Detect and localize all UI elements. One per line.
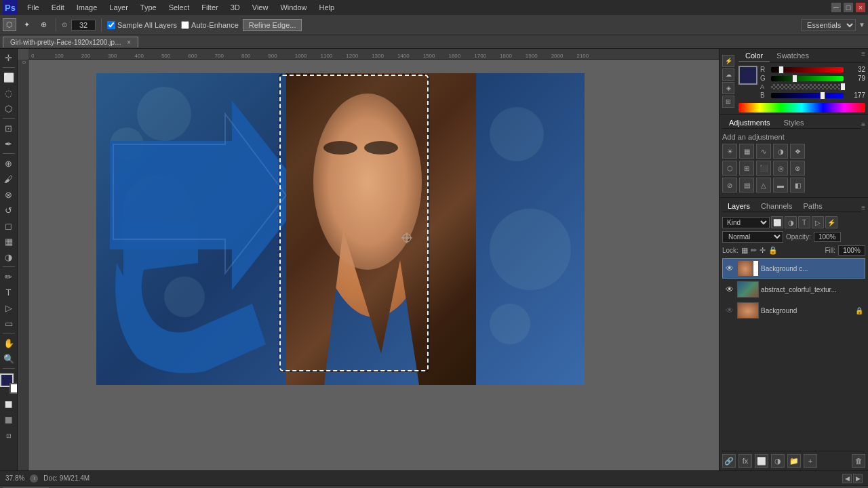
swatches-tab[interactable]: Swatches: [770, 50, 816, 62]
history-brush-tool[interactable]: ↺: [1, 203, 16, 218]
tab-close-button[interactable]: ×: [127, 39, 131, 46]
posterize-adj-icon[interactable]: ▤: [739, 178, 754, 192]
b-slider-thumb[interactable]: [820, 92, 825, 100]
minimize-button[interactable]: ─: [831, 3, 841, 12]
vibrance-adj-icon[interactable]: ❖: [790, 144, 805, 159]
menu-file[interactable]: File: [22, 2, 45, 13]
curves-adj-icon[interactable]: ∿: [756, 144, 771, 159]
styles-tab[interactable]: Styles: [777, 117, 811, 128]
path-select-tool[interactable]: ▷: [1, 300, 16, 315]
levels-adj-icon[interactable]: ▦: [739, 144, 754, 159]
rect-select-tool[interactable]: ⬜: [1, 70, 16, 85]
lasso-tool[interactable]: ◌: [1, 85, 16, 100]
shape-tool[interactable]: ▭: [1, 316, 16, 331]
color-spectrum[interactable]: [738, 103, 865, 113]
filter-shape-icon[interactable]: ▷: [812, 216, 824, 228]
panel-icon-2[interactable]: ☁: [722, 68, 734, 81]
timeline-play-btn[interactable]: ▶: [853, 474, 863, 483]
lock-all-icon[interactable]: 🔒: [768, 246, 778, 255]
layers-tab[interactable]: Layers: [722, 201, 755, 211]
timeline-back-btn[interactable]: ◀: [842, 474, 852, 483]
photo-filter-adj-icon[interactable]: ◎: [773, 161, 788, 176]
r-slider-track[interactable]: [771, 67, 844, 73]
layer-vis-3[interactable]: 👁: [724, 305, 735, 316]
eyedropper-tool[interactable]: ✒: [1, 136, 16, 151]
menu-window[interactable]: Window: [275, 2, 312, 13]
layer-vis-2[interactable]: 👁: [724, 284, 735, 295]
brush-size-input[interactable]: 32: [71, 20, 96, 30]
exposure-adj-icon[interactable]: ◑: [773, 144, 788, 159]
hue-sat-adj-icon[interactable]: ⬡: [722, 161, 737, 176]
g-slider-thumb[interactable]: [792, 75, 797, 83]
lock-image-icon[interactable]: ✏: [751, 246, 757, 255]
channel-mixer-adj-icon[interactable]: ⊗: [790, 161, 805, 176]
brightness-adj-icon[interactable]: ☀: [722, 144, 737, 159]
panel-icon-3[interactable]: ◈: [722, 82, 734, 94]
menu-select[interactable]: Select: [163, 2, 195, 13]
eraser-tool[interactable]: ◻: [1, 218, 16, 233]
document-tab[interactable]: Girl-with-pretty-Face-1920x1200.jpg @ 37…: [3, 37, 138, 47]
layer-vis-1[interactable]: 👁: [724, 263, 735, 274]
quick-select-tool-left[interactable]: ⬡: [1, 101, 16, 116]
filter-pixel-icon[interactable]: ⬜: [771, 216, 783, 228]
bw-adj-icon[interactable]: ⬛: [756, 161, 771, 176]
move-tool[interactable]: ✛: [1, 50, 16, 65]
alpha-slider-track[interactable]: [771, 84, 844, 89]
menu-view[interactable]: View: [247, 2, 274, 13]
panel-icon-1[interactable]: ⚡: [722, 55, 734, 67]
text-tool[interactable]: T: [1, 285, 16, 300]
sample-all-layers-checkbox[interactable]: [107, 21, 115, 29]
auto-enhance-label[interactable]: Auto-Enhance: [181, 21, 239, 29]
brush-tool[interactable]: 🖌: [1, 171, 16, 186]
channels-tab[interactable]: Channels: [755, 201, 797, 211]
alpha-slider-thumb[interactable]: [840, 83, 846, 91]
workspace-arrow-icon[interactable]: ▼: [859, 21, 865, 28]
menu-filter[interactable]: Filter: [196, 2, 223, 13]
menu-type[interactable]: Type: [135, 2, 162, 13]
paths-tab[interactable]: Paths: [798, 201, 828, 211]
layer-item-bg-copy[interactable]: 👁 Background c...: [722, 258, 865, 279]
maximize-button[interactable]: □: [844, 3, 853, 12]
blend-mode-select[interactable]: Normal: [722, 231, 783, 243]
canvas-inner[interactable]: [28, 60, 719, 470]
threshold-adj-icon[interactable]: △: [756, 178, 771, 192]
g-slider-track[interactable]: [771, 76, 844, 81]
dodge-tool[interactable]: ◑: [1, 249, 16, 264]
lock-transparent-icon[interactable]: ▦: [741, 246, 748, 255]
screen-mode-button[interactable]: ⊡: [1, 428, 16, 443]
new-layer-btn[interactable]: +: [804, 454, 817, 468]
menu-help[interactable]: Help: [314, 2, 340, 13]
pen-tool[interactable]: ✏: [1, 269, 16, 284]
link-layers-btn[interactable]: 🔗: [722, 454, 736, 468]
fill-input[interactable]: 100%: [838, 245, 865, 256]
color-balance-adj-icon[interactable]: ⊞: [739, 161, 754, 176]
canvas-area[interactable]: 0 100 200 300 400 500 600 700 800 900 10…: [18, 49, 719, 470]
gradient-map-adj-icon[interactable]: ▬: [773, 178, 788, 192]
layers-panel-options[interactable]: ≡: [861, 204, 865, 211]
auto-enhance-checkbox[interactable]: [181, 21, 189, 29]
new-adj-layer-btn[interactable]: ◑: [771, 454, 785, 468]
workspace-select[interactable]: Essentials: [801, 19, 856, 31]
adj-panel-options[interactable]: ≡: [861, 121, 865, 128]
close-button[interactable]: ×: [856, 3, 865, 12]
sample-all-layers-label[interactable]: Sample All Layers: [107, 21, 177, 29]
menu-layer[interactable]: Layer: [104, 2, 134, 13]
color-tab[interactable]: Color: [738, 50, 770, 62]
opacity-input[interactable]: 100%: [814, 232, 841, 242]
layer-item-bg[interactable]: 👁 Background 🔒: [722, 300, 865, 321]
hand-tool[interactable]: ✋: [1, 336, 16, 350]
add-mask-btn[interactable]: ⬜: [755, 454, 768, 468]
menu-image[interactable]: Image: [71, 2, 103, 13]
invert-adj-icon[interactable]: ⊘: [722, 178, 737, 192]
crop-tool[interactable]: ⊡: [1, 121, 16, 136]
refine-edge-button[interactable]: Refine Edge...: [243, 19, 302, 31]
adjustments-tab[interactable]: Adjustments: [722, 117, 777, 128]
add-style-btn[interactable]: fx: [738, 454, 752, 468]
quick-select-tool[interactable]: ⬡: [3, 18, 16, 31]
lock-position-icon[interactable]: ✛: [760, 246, 766, 255]
new-group-btn[interactable]: 📁: [787, 454, 801, 468]
menu-3d[interactable]: 3D: [225, 2, 245, 13]
panel-icon-4[interactable]: ⊞: [722, 96, 734, 108]
delete-layer-btn[interactable]: 🗑: [852, 454, 865, 468]
layer-item-texture[interactable]: 👁 abstract_colorful_textur...: [722, 279, 865, 300]
